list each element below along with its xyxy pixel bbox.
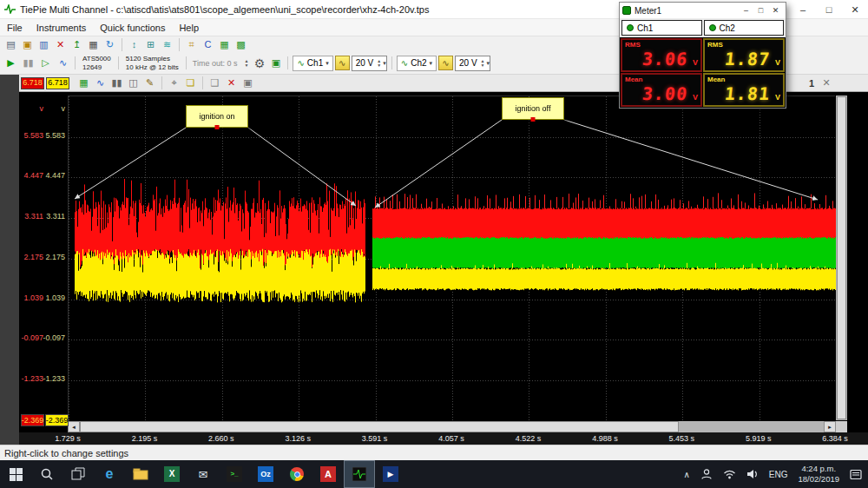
mail-icon-glyph: ✉ <box>195 466 211 482</box>
x-tick-label: 6.384 s <box>822 434 848 443</box>
movies-icon[interactable]: ▶ <box>375 460 406 488</box>
new-window-icon[interactable]: ▤ <box>3 38 18 51</box>
scope-marker-icon[interactable]: ⌖ <box>167 76 181 89</box>
tiepie-taskbar-icon[interactable] <box>344 460 375 488</box>
search-button[interactable] <box>31 460 62 488</box>
meter-tab-ch2[interactable]: Ch2 <box>704 20 785 36</box>
oz-app-icon-glyph: Oz <box>258 466 273 482</box>
plot-area[interactable]: ignition on ignition off <box>68 96 835 420</box>
wifi-icon[interactable] <box>718 460 741 488</box>
vertical-scroll-thumb[interactable] <box>837 96 846 419</box>
annotation-handle[interactable] <box>531 117 536 122</box>
maximize-button[interactable]: □ <box>816 0 842 19</box>
pause-button[interactable]: ▮▮ <box>21 56 36 69</box>
meter-tab-label: Ch2 <box>720 23 735 33</box>
save-icon[interactable]: ▥ <box>36 38 51 51</box>
scope-label-icon[interactable]: ❏ <box>183 76 198 89</box>
io-icon[interactable]: ▣ <box>268 56 283 69</box>
meter-minimize-button[interactable]: – <box>739 3 753 17</box>
ch1-range-select[interactable]: 20 V ▲▼ ▾ <box>352 56 387 71</box>
ch1-axis-button[interactable]: ∿ <box>335 56 350 70</box>
scope-capture-icon[interactable]: ▣ <box>240 76 255 89</box>
export-icon[interactable]: ↥ <box>69 38 84 51</box>
notification-icon[interactable] <box>845 460 868 488</box>
edge-icon[interactable]: e <box>94 460 125 488</box>
file-explorer-icon[interactable] <box>125 460 156 488</box>
ch1-top-scale-value: 6.718 <box>21 77 44 89</box>
x-tick-label: 3.126 s <box>286 434 312 443</box>
meter-titlebar[interactable]: Meter1 – □ ✕ <box>620 3 786 18</box>
reading-value: 1.81 <box>724 83 772 104</box>
meter-tab-ch1[interactable]: Ch1 <box>621 20 702 36</box>
scope-pencil-icon[interactable]: ✎ <box>142 76 157 89</box>
ch1-range-spinner[interactable]: ▲▼ <box>375 59 383 68</box>
autorange-icon[interactable]: ↕ <box>127 38 141 51</box>
mail-icon[interactable]: ✉ <box>187 460 219 488</box>
oneshot-button[interactable]: ▷ <box>38 56 53 69</box>
terminal-icon[interactable]: >_ <box>219 460 250 488</box>
close-file-icon[interactable]: ✕ <box>53 38 68 51</box>
annotation-handle[interactable] <box>215 125 220 129</box>
start-measurement-button[interactable]: ▶ <box>3 56 18 69</box>
scope-envelope-icon[interactable]: ◫ <box>126 76 141 89</box>
x-tick-label: 2.195 s <box>132 434 158 443</box>
chrome-icon[interactable] <box>281 460 312 488</box>
ch1-waveform-icon: ∿ <box>297 58 304 68</box>
menu-help[interactable]: Help <box>172 19 206 36</box>
meter-maximize-button[interactable]: □ <box>753 3 768 17</box>
timeout-spinner[interactable]: ▲▼ <box>243 59 251 68</box>
clock[interactable]: 4:24 p.m. 18/02/2019 <box>792 460 845 488</box>
y-tick-label: -0.097 <box>43 334 65 342</box>
separator <box>122 38 122 51</box>
scope-bars-icon[interactable]: ▮▮ <box>109 76 124 89</box>
ch1-source-combo[interactable]: ∿ Ch1 ▾ <box>293 56 332 71</box>
tray-chevron-icon[interactable]: ∧ <box>678 460 694 488</box>
scope-grid-icon[interactable]: ▦ <box>76 76 91 89</box>
meter-close-button[interactable]: ✕ <box>768 3 783 17</box>
gear-icon[interactable]: ⚙ <box>252 56 266 69</box>
measure-icon[interactable]: ⌗ <box>184 38 199 51</box>
scope-delete-icon[interactable]: ✕ <box>224 76 239 89</box>
task-view-button[interactable] <box>62 460 94 488</box>
table-icon[interactable]: ▦ <box>217 38 232 51</box>
scope-chart-icon[interactable]: ∿ <box>93 76 108 89</box>
y-tick-label: 2.175 <box>21 254 43 261</box>
scroll-thumb[interactable] <box>80 421 679 432</box>
terminal-icon-glyph: >_ <box>227 466 242 482</box>
scope-close-icon[interactable]: ✕ <box>819 77 833 89</box>
ch2-source-combo[interactable]: ∿ Ch2 ▾ <box>397 56 437 71</box>
vertical-scrollbar[interactable] <box>836 96 847 420</box>
stream-mode-icon[interactable]: ∿ <box>56 56 70 69</box>
ch2-range-spinner[interactable]: ▲▼ <box>479 59 487 68</box>
start-button[interactable] <box>0 460 31 488</box>
people-icon[interactable] <box>695 460 718 488</box>
open-file-icon[interactable]: ▣ <box>20 38 35 51</box>
oz-app-icon[interactable]: Oz <box>250 460 281 488</box>
combine-icon[interactable]: C <box>201 38 215 51</box>
ch2-axis-button[interactable]: ∿ <box>438 56 453 70</box>
scope-callout-icon[interactable]: ❑ <box>207 76 222 89</box>
menu-quick-functions[interactable]: Quick functions <box>93 19 172 36</box>
scroll-left-icon[interactable]: ◄ <box>68 421 80 432</box>
close-button[interactable]: ✕ <box>842 0 868 19</box>
reading-unit: V <box>693 58 698 67</box>
print-icon[interactable]: ▦ <box>86 38 101 51</box>
ch2-range-select[interactable]: 20 V ▲▼ ▾ <box>455 56 490 71</box>
axis-setup-icon[interactable]: ⊞ <box>143 38 158 51</box>
menu-file[interactable]: File <box>0 19 30 36</box>
grid-icon[interactable]: ▩ <box>233 38 248 51</box>
annotation-ignition-off[interactable]: ignition off <box>502 97 564 120</box>
balance-icon[interactable]: ≋ <box>160 38 174 51</box>
scroll-right-icon[interactable]: ► <box>824 421 836 432</box>
language-indicator[interactable]: ENG <box>764 460 793 488</box>
horizontal-scrollbar[interactable]: ◄ ► <box>68 421 836 432</box>
y-tick-label: 1.039 <box>21 294 43 302</box>
device-info: ATS5000 12649 <box>80 55 114 71</box>
excel-icon[interactable]: X <box>156 460 187 488</box>
speaker-icon[interactable] <box>741 460 764 488</box>
refresh-icon[interactable]: ↻ <box>102 38 117 51</box>
annotation-ignition-on[interactable]: ignition on <box>186 105 248 128</box>
minimize-button[interactable]: – <box>790 0 816 19</box>
acrobat-icon[interactable]: A <box>312 460 344 488</box>
menu-instruments[interactable]: Instruments <box>30 19 93 36</box>
